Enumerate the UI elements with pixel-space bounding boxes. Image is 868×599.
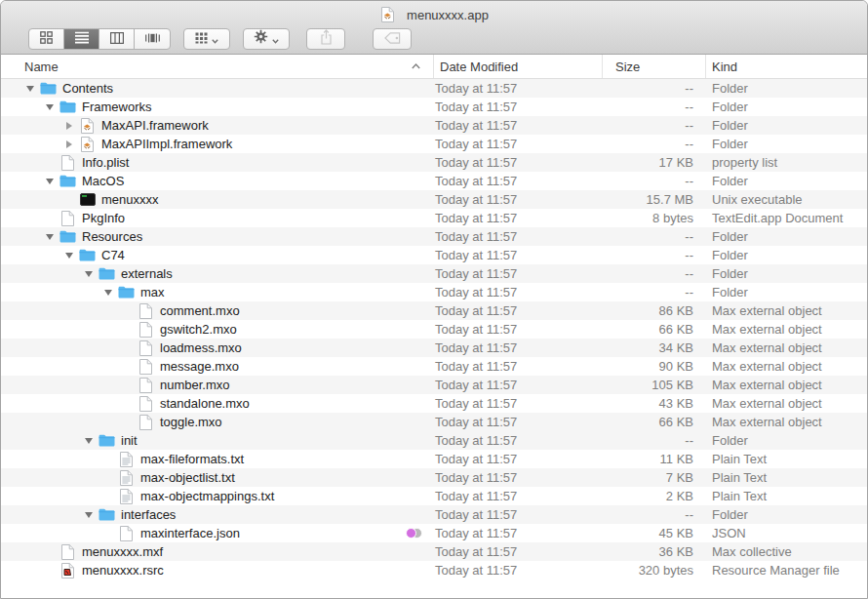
file-name: message.mxo (160, 359, 239, 374)
table-row[interactable]: MaxAPIImpl.framework Today at 11:57 -- F… (1, 135, 867, 153)
size-cell: 15.7 MB (603, 192, 706, 207)
document-icon (118, 526, 135, 541)
framework-icon (79, 118, 96, 134)
column-header-date-modified[interactable]: Date Modified (434, 55, 603, 78)
disclosure-triangle[interactable] (79, 438, 99, 444)
share-button[interactable] (306, 28, 345, 50)
file-name: loadmess.mxo (160, 340, 242, 355)
table-row[interactable]: menuxxxx.mxf Today at 11:57 36 KB Max co… (1, 542, 867, 561)
date-modified-cell: Today at 11:57 (434, 303, 603, 318)
file-name: maxinterface.json (140, 526, 240, 540)
table-row[interactable]: max-objectlist.txt Today at 11:57 7 KB P… (1, 468, 867, 487)
size-cell: 43 KB (603, 396, 706, 411)
table-row[interactable]: MaxAPI.framework Today at 11:57 -- Folde… (1, 116, 867, 135)
table-row[interactable]: max Today at 11:57 -- Folder (1, 283, 867, 301)
table-row[interactable]: comment.mxo Today at 11:57 86 KB Max ext… (1, 301, 867, 320)
name-cell: message.mxo (1, 359, 434, 375)
size-cell: 320 bytes (603, 563, 706, 578)
table-row[interactable]: Contents Today at 11:57 -- Folder (1, 79, 867, 98)
folder-icon (118, 286, 135, 299)
table-row[interactable]: MacOS Today at 11:57 -- Folder (1, 172, 867, 190)
table-row[interactable]: menuxxxx Today at 11:57 15.7 MB Unix exe… (1, 190, 867, 209)
table-row[interactable]: interfaces Today at 11:57 -- Folder (1, 505, 867, 524)
name-cell: max-objectlist.txt (1, 470, 434, 486)
icon-view-button[interactable] (29, 29, 64, 49)
kind-cell: Folder (706, 507, 867, 522)
table-row[interactable]: PkgInfo Today at 11:57 8 bytes TextEdit.… (1, 209, 867, 227)
folder-icon (59, 175, 76, 187)
size-cell: 66 KB (603, 415, 706, 429)
table-row[interactable]: max-objectmappings.txt Today at 11:57 2 … (1, 487, 867, 505)
kind-cell: Max external object (706, 396, 867, 411)
column-header-size[interactable]: Size (603, 55, 706, 78)
table-row[interactable]: max-fileformats.txt Today at 11:57 11 KB… (1, 450, 867, 468)
column-header-name[interactable]: Name (1, 55, 434, 78)
kind-cell: Max external object (706, 322, 867, 337)
size-cell: -- (603, 285, 706, 300)
name-cell: MaxAPI.framework (1, 118, 434, 134)
name-cell: Resources (1, 229, 434, 244)
disclosure-triangle[interactable] (59, 122, 79, 130)
name-cell: Contents (1, 81, 434, 96)
tag-button[interactable] (373, 28, 412, 50)
name-cell: interfaces (1, 507, 434, 522)
disclosure-triangle[interactable] (40, 234, 59, 240)
name-cell: toggle.mxo (1, 415, 434, 430)
disclosure-triangle[interactable] (79, 271, 99, 277)
table-row[interactable]: gswitch2.mxo Today at 11:57 66 KB Max ex… (1, 320, 867, 339)
table-row[interactable]: menuxxxx.rsrc Today at 11:57 320 bytes R… (1, 561, 867, 579)
disclosure-triangle[interactable] (40, 104, 59, 110)
table-row[interactable]: standalone.mxo Today at 11:57 43 KB Max … (1, 394, 867, 413)
table-row[interactable]: message.mxo Today at 11:57 90 KB Max ext… (1, 357, 867, 376)
size-cell: -- (603, 507, 706, 522)
table-row[interactable]: toggle.mxo Today at 11:57 66 KB Max exte… (1, 413, 867, 431)
date-modified-cell: Today at 11:57 (434, 248, 603, 262)
name-cell: comment.mxo (1, 303, 434, 319)
table-row[interactable]: maxinterface.json Today at 11:57 45 KB J… (1, 524, 867, 542)
disclosure-triangle[interactable] (40, 179, 59, 184)
name-cell: number.mxo (1, 378, 434, 393)
disclosure-triangle[interactable] (59, 253, 79, 259)
table-row[interactable]: Info.plist Today at 11:57 17 KB property… (1, 153, 867, 172)
file-name: Resources (82, 229, 142, 244)
date-modified-cell: Today at 11:57 (434, 229, 603, 244)
name-cell: init (1, 433, 434, 448)
column-header-kind[interactable]: Kind (706, 55, 867, 78)
disclosure-triangle[interactable] (99, 290, 118, 296)
text-document-icon (118, 470, 135, 486)
window-chrome: menuxxxx.app (1, 1, 867, 55)
date-modified-cell: Today at 11:57 (434, 433, 603, 448)
coverflow-view-button[interactable] (135, 29, 170, 49)
column-view-button[interactable] (99, 29, 135, 49)
table-row[interactable]: number.mxo Today at 11:57 105 KB Max ext… (1, 376, 867, 394)
table-row[interactable]: loadmess.mxo Today at 11:57 34 KB Max ex… (1, 339, 867, 357)
file-name: externals (121, 266, 173, 281)
name-cell: Frameworks (1, 100, 434, 114)
disclosure-triangle[interactable] (59, 140, 79, 148)
kind-cell: Resource Manager file (706, 563, 867, 578)
table-row[interactable]: C74 Today at 11:57 -- Folder (1, 246, 867, 264)
finder-window: menuxxxx.app (0, 0, 868, 599)
table-row[interactable]: externals Today at 11:57 -- Folder (1, 264, 867, 283)
disclosure-triangle[interactable] (20, 86, 40, 92)
date-modified-cell: Today at 11:57 (434, 544, 603, 559)
document-icon (59, 211, 76, 226)
file-name: max-fileformats.txt (140, 452, 244, 466)
list-view-button[interactable] (64, 29, 99, 49)
table-row[interactable]: Resources Today at 11:57 -- Folder (1, 227, 867, 246)
date-modified-cell: Today at 11:57 (434, 137, 603, 151)
column-label: Kind (712, 60, 737, 74)
action-button[interactable] (243, 28, 290, 50)
column-label: Size (615, 60, 640, 74)
arrange-button[interactable] (183, 28, 230, 50)
document-icon (138, 303, 154, 319)
document-icon (59, 544, 76, 560)
chevron-down-icon (212, 30, 218, 48)
table-row[interactable]: init Today at 11:57 -- Folder (1, 431, 867, 450)
name-cell: menuxxxx.mxf (1, 544, 434, 560)
disclosure-triangle[interactable] (79, 512, 99, 518)
kind-cell: Plain Text (706, 489, 867, 503)
file-name: number.mxo (160, 378, 230, 392)
table-row[interactable]: Frameworks Today at 11:57 -- Folder (1, 98, 867, 116)
kind-cell: Folder (706, 266, 867, 281)
